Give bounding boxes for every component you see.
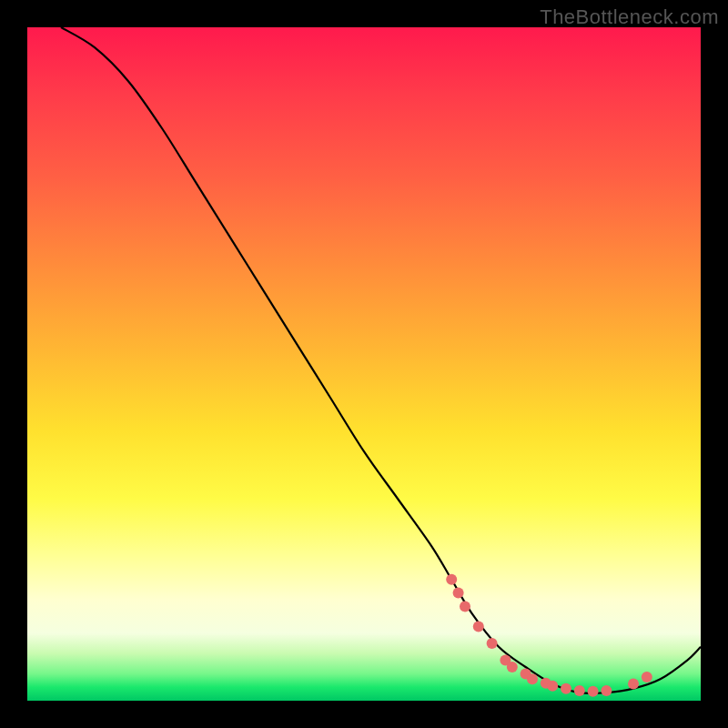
highlight-marker [628, 679, 639, 690]
curve-svg [27, 27, 701, 701]
highlight-marker [574, 685, 585, 696]
highlight-marker [561, 683, 571, 694]
highlight-marker [453, 588, 464, 599]
highlight-marker [547, 681, 558, 692]
highlight-marker [642, 672, 652, 682]
highlight-marker [473, 622, 484, 632]
highlight-marker [487, 638, 498, 649]
plot-area [27, 27, 701, 701]
highlight-markers [446, 574, 652, 697]
highlight-marker [588, 686, 599, 697]
highlight-marker [527, 673, 538, 684]
highlight-marker [507, 662, 518, 672]
bottleneck-curve-line [61, 27, 701, 693]
chart-container: TheBottleneck.com [0, 0, 728, 728]
highlight-marker [460, 601, 470, 612]
highlight-marker [446, 574, 457, 585]
highlight-marker [601, 685, 612, 696]
watermark-text: TheBottleneck.com [540, 5, 719, 29]
